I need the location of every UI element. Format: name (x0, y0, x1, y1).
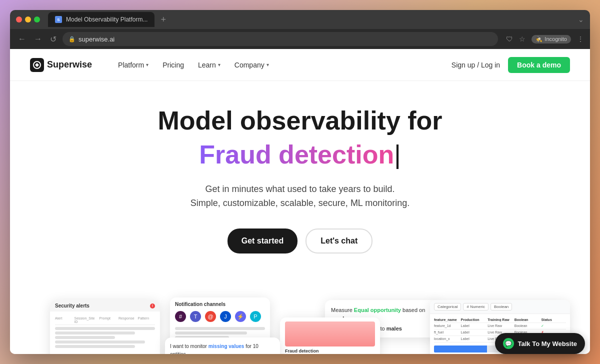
nav-company[interactable]: Company ▾ (228, 57, 275, 73)
website-content: Superwise Platform ▾ Pricing Learn ▾ (10, 49, 590, 354)
sign-in-link[interactable]: Sign up / Log in (452, 61, 500, 69)
incognito-label: Incognito (544, 36, 567, 42)
logo[interactable]: Superwise (30, 58, 92, 72)
url-display: superwise.ai (78, 36, 492, 43)
row3-production: Label (461, 337, 486, 341)
sec-col-session: Session_Site ID (74, 316, 98, 324)
talk-to-website-button[interactable]: 💬 Talk To My Website (495, 333, 585, 354)
tab-numeric[interactable]: # Numeric (463, 303, 488, 310)
security-card-header: Security alerts ! (50, 300, 160, 312)
table-header-row: feature_name Production Training Raw Boo… (434, 317, 566, 323)
data-engineer-card: I want to monitor missing values for 10 … (165, 338, 280, 354)
browser-toolbar: ← → ↺ 🔒 superwise.ai 🛡 ☆ 🕵 Incognito ⋮ (10, 29, 590, 49)
hero-gradient-text: Fraud detection (199, 140, 394, 169)
hero-desc-line1: Get in minutes what used to take years t… (205, 184, 394, 194)
security-card-body: Alert Session_Site ID Prompt Response Pa… (50, 312, 160, 352)
row1-feature: feature_1d (434, 324, 459, 328)
sec-col-response: Response (118, 316, 136, 324)
browser-titlebar: S Model Observability Platform... + ⌄ (10, 10, 590, 29)
hero-buttons: Get started Let's chat (228, 228, 373, 254)
tab-categorical[interactable]: Categorical (434, 303, 461, 310)
new-tab-button[interactable]: + (156, 15, 170, 24)
security-title: Security alerts (55, 303, 90, 308)
tab-favicon: S (55, 16, 62, 23)
notification-icons: # T @ J ⚡ P (170, 309, 270, 324)
close-button[interactable] (16, 16, 22, 22)
browser-window: S Model Observability Platform... + ⌄ ← … (10, 10, 590, 354)
hero-title-line2: Fraud detection| (199, 140, 401, 170)
col-status: Status (541, 318, 566, 322)
logo-icon (30, 58, 44, 72)
lets-chat-button[interactable]: Let's chat (306, 228, 372, 254)
notif-line-2 (175, 332, 247, 334)
nav-pricing[interactable]: Pricing (156, 57, 190, 73)
data-eng-text: I want to monitor missing values for 10 … (170, 342, 275, 354)
security-row-2 (55, 332, 135, 334)
slack-icon: # (175, 311, 186, 322)
row2-feature: ft_fuel (434, 330, 459, 334)
hero-desc-line2: Simple, customizable, scalable, secure, … (190, 198, 410, 208)
company-chevron-icon: ▾ (266, 62, 269, 68)
nav-platform[interactable]: Platform ▾ (112, 57, 154, 73)
hero-section: Model observability for Fraud detection|… (10, 81, 590, 354)
equal-opportunity-highlight: Equal opportunity (354, 307, 401, 313)
sec-col-pattern: Pattern (138, 316, 156, 324)
book-demo-button[interactable]: Book a demo (508, 57, 570, 73)
toolbar-right: 🛡 ☆ 🕵 Incognito ⋮ (506, 35, 584, 44)
fraud-detection-card: Fraud detection ♡ 90 ⊞ 112 ◈ 3 (280, 318, 380, 354)
outer-background: S Model Observability Platform... + ⌄ ← … (0, 0, 600, 364)
jira-icon: J (220, 311, 231, 322)
tab-boolean[interactable]: Boolean (490, 303, 512, 310)
sec-col-prompt: Prompt (100, 316, 117, 324)
security-row-3 (55, 336, 115, 339)
col-boolean: Boolean (514, 318, 540, 322)
row1-boolean: Boolean (514, 324, 540, 328)
notification-title: Notification channels (170, 298, 270, 309)
security-row-4 (55, 340, 145, 344)
logo-text: Superwise (47, 60, 92, 70)
forward-button[interactable]: → (32, 32, 44, 46)
incognito-button[interactable]: 🕵 Incognito (532, 35, 571, 44)
talk-icon: 💬 (503, 338, 514, 349)
nav-right: Sign up / Log in Book a demo (452, 57, 570, 73)
webhook-icon: ⚡ (235, 311, 246, 322)
males-highlight: males (386, 326, 402, 332)
notif-line-1 (175, 327, 265, 330)
cursor: | (394, 140, 401, 169)
learn-chevron-icon: ▾ (218, 62, 220, 68)
security-alerts-card: Security alerts ! Alert Session_Site ID … (50, 300, 160, 354)
col-feature-name: feature_name (434, 318, 459, 322)
refresh-button[interactable]: ↺ (48, 32, 58, 46)
security-row-5 (55, 345, 135, 348)
mail-icon: @ (205, 311, 216, 322)
talk-label: Talk To My Website (518, 340, 577, 348)
tab-title: Model Observability Platform... (66, 16, 148, 23)
active-tab[interactable]: S Model Observability Platform... (48, 12, 154, 27)
back-button[interactable]: ← (16, 32, 28, 46)
shield-icon: 🛡 (506, 35, 513, 43)
fraud-bar-chart (285, 322, 375, 346)
row2-production: Label (461, 330, 486, 334)
security-row-1 (55, 327, 155, 330)
nav-learn[interactable]: Learn ▾ (192, 57, 226, 73)
platform-chevron-icon: ▾ (146, 62, 148, 68)
address-bar[interactable]: 🔒 superwise.ai (62, 32, 498, 46)
star-icon[interactable]: ☆ (519, 35, 526, 43)
col-production: Production (461, 318, 486, 322)
security-badge: ! (150, 304, 155, 308)
navbar: Superwise Platform ▾ Pricing Learn ▾ (10, 49, 590, 81)
maximize-button[interactable] (34, 16, 40, 22)
col-training: Training Raw (488, 318, 512, 322)
menu-icon[interactable]: ⋮ (577, 35, 584, 43)
lock-icon: 🔒 (68, 36, 76, 42)
teams-icon: T (190, 311, 201, 322)
tab-bar: S Model Observability Platform... + ⌄ (48, 12, 584, 27)
hero-description: Get in minutes what used to take years t… (190, 182, 410, 211)
missing-values-highlight: missing values (208, 344, 244, 349)
tab-options-icon: ⌄ (578, 16, 584, 24)
minimize-button[interactable] (25, 16, 31, 22)
get-started-button[interactable]: Get started (228, 228, 298, 254)
fraud-stats: ♡ 90 ⊞ 112 ◈ 3 (280, 354, 380, 354)
dashboard-tabs: Categorical # Numeric Boolean (430, 300, 570, 314)
nav-links: Platform ▾ Pricing Learn ▾ Company ▾ (112, 57, 452, 73)
